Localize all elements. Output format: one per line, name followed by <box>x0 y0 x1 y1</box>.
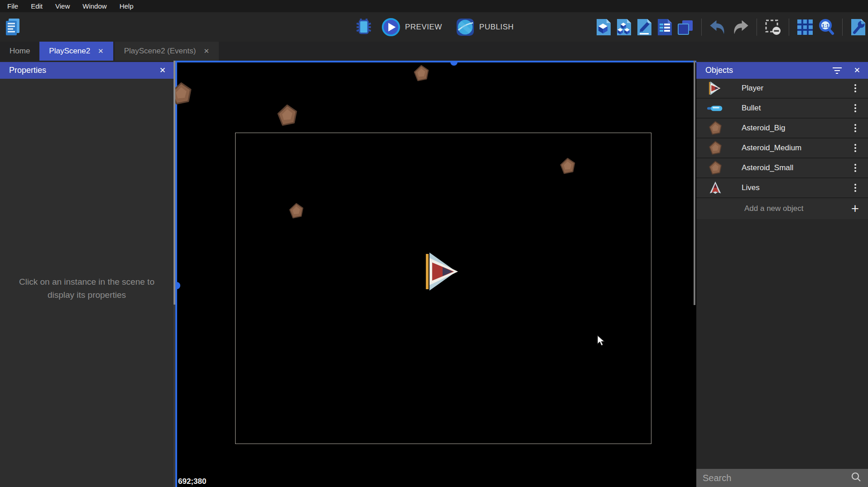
object-label: Bullet <box>742 104 851 113</box>
menu-bar: FileEditViewWindowHelp <box>0 0 868 12</box>
toolbar-separator <box>842 19 843 36</box>
edit-scene-properties-icon[interactable] <box>636 18 652 36</box>
debugger-tools-icon[interactable] <box>850 18 866 36</box>
player-instance[interactable] <box>424 251 463 294</box>
tab-home[interactable]: Home <box>0 42 39 61</box>
instances-list-icon[interactable] <box>656 18 673 36</box>
close-icon[interactable]: ✕ <box>203 47 209 55</box>
properties-body: Click on an instance in the scene to dis… <box>0 79 174 487</box>
tab-playscene2-events[interactable]: PlayScene2 (Events)✕ <box>115 42 219 61</box>
object-menu-icon[interactable] <box>851 104 860 112</box>
project-manager-icon[interactable] <box>4 17 22 37</box>
gdevelop-window: FileEditViewWindowHelp <box>0 0 868 487</box>
object-menu-icon[interactable] <box>851 124 860 132</box>
cursor-coordinates: 692;380 <box>178 477 206 486</box>
asteroid-icon <box>707 141 724 155</box>
toolbar-separator <box>757 19 757 36</box>
toolbar-separator <box>701 19 702 36</box>
object-label: Asteroid_Big <box>742 124 851 133</box>
objects-header: Objects ✕ <box>696 62 868 79</box>
toolbar: PREVIEW PUBLISH <box>0 12 868 42</box>
asteroid-instance[interactable] <box>288 203 304 221</box>
filter-icon[interactable] <box>832 67 842 74</box>
preview-button[interactable]: PREVIEW <box>381 18 442 37</box>
close-icon[interactable]: ✕ <box>854 66 860 75</box>
menu-item-edit[interactable]: Edit <box>24 0 49 12</box>
tab-label: PlayScene2 (Events) <box>124 47 196 56</box>
canvas-scrollbar-thumb[interactable] <box>694 61 695 305</box>
search-input[interactable] <box>703 473 851 483</box>
edit-object-groups-icon[interactable] <box>616 18 632 36</box>
asteroid-instance[interactable] <box>413 65 430 84</box>
tab-label: PlayScene2 <box>49 47 90 56</box>
search-bar <box>696 469 868 487</box>
asteroid-icon <box>707 121 724 135</box>
vertical-scroll-handle[interactable] <box>175 282 180 289</box>
deselect-icon[interactable] <box>764 19 781 36</box>
properties-empty-message: Click on an instance in the scene to dis… <box>15 275 159 302</box>
properties-header: Properties ✕ <box>0 62 174 79</box>
object-label: Asteroid_Small <box>742 163 851 172</box>
tab-playscene2[interactable]: PlayScene2✕ <box>39 42 113 61</box>
add-new-object-label: Add a new object <box>744 204 851 213</box>
preview-play-icon <box>381 18 400 37</box>
properties-title: Properties <box>9 66 46 75</box>
object-row-asteroid-big[interactable]: Asteroid_Big <box>696 119 868 138</box>
object-row-asteroid-small[interactable]: Asteroid_Small <box>696 158 868 178</box>
asteroid-instance[interactable] <box>276 104 299 129</box>
close-icon[interactable]: ✕ <box>159 66 166 75</box>
grid-icon[interactable] <box>796 19 814 36</box>
plus-icon: + <box>851 202 859 215</box>
add-new-object-button[interactable]: Add a new object + <box>696 198 868 219</box>
debug-icon[interactable] <box>354 17 373 37</box>
edit-object-icon[interactable] <box>595 18 612 36</box>
menu-item-view[interactable]: View <box>49 0 76 12</box>
object-menu-icon[interactable] <box>851 144 860 152</box>
object-menu-icon[interactable] <box>851 164 860 172</box>
publish-button[interactable]: PUBLISH <box>456 18 514 37</box>
tab-label: Home <box>10 47 30 56</box>
properties-panel: Properties ✕ Click on an instance in the… <box>0 61 174 487</box>
close-icon[interactable]: ✕ <box>98 47 104 55</box>
object-menu-icon[interactable] <box>851 84 860 92</box>
menu-item-window[interactable]: Window <box>76 0 113 12</box>
publish-label: PUBLISH <box>479 23 514 32</box>
redo-icon[interactable] <box>731 19 749 35</box>
objects-panel: Objects ✕ PlayerBulletAsteroid_BigAstero… <box>696 61 868 487</box>
horizontal-scroll-track[interactable] <box>175 61 696 62</box>
svg-text:1:1: 1:1 <box>822 23 829 28</box>
player-ship-icon <box>707 81 724 95</box>
menu-item-help[interactable]: Help <box>113 0 140 12</box>
undo-icon[interactable] <box>709 19 727 35</box>
object-label: Asteroid_Medium <box>742 143 851 153</box>
object-row-player[interactable]: Player <box>696 79 868 99</box>
vertical-scroll-track[interactable] <box>175 61 177 487</box>
objects-title: Objects <box>705 66 733 75</box>
mouse-cursor <box>597 335 607 349</box>
object-row-asteroid-medium[interactable]: Asteroid_Medium <box>696 138 868 158</box>
object-row-bullet[interactable]: Bullet <box>696 99 868 119</box>
objects-list: PlayerBulletAsteroid_BigAsteroid_MediumA… <box>696 79 868 487</box>
object-label: Player <box>742 84 851 93</box>
publish-icon <box>456 18 475 37</box>
object-label: Lives <box>742 183 851 192</box>
tab-bar: HomePlayScene2✕PlayScene2 (Events)✕ <box>0 42 868 61</box>
scene-canvas[interactable]: 692;380 <box>175 61 696 487</box>
asteroid-icon <box>707 161 724 175</box>
menu-item-file[interactable]: File <box>1 0 24 12</box>
horizontal-scroll-handle[interactable] <box>450 61 458 66</box>
toolbar-separator <box>789 19 789 36</box>
asteroid-instance[interactable] <box>175 82 193 107</box>
layers-icon[interactable] <box>677 19 694 36</box>
preview-label: PREVIEW <box>405 23 442 32</box>
object-menu-icon[interactable] <box>851 184 860 192</box>
lives-icon <box>707 181 724 195</box>
main-area: Properties ✕ Click on an instance in the… <box>0 61 868 487</box>
object-row-lives[interactable]: Lives <box>696 178 868 198</box>
asteroid-instance[interactable] <box>559 158 576 177</box>
search-icon <box>851 472 862 484</box>
bullet-icon <box>707 105 724 112</box>
zoom-original-icon[interactable]: 1:1 <box>818 19 835 36</box>
